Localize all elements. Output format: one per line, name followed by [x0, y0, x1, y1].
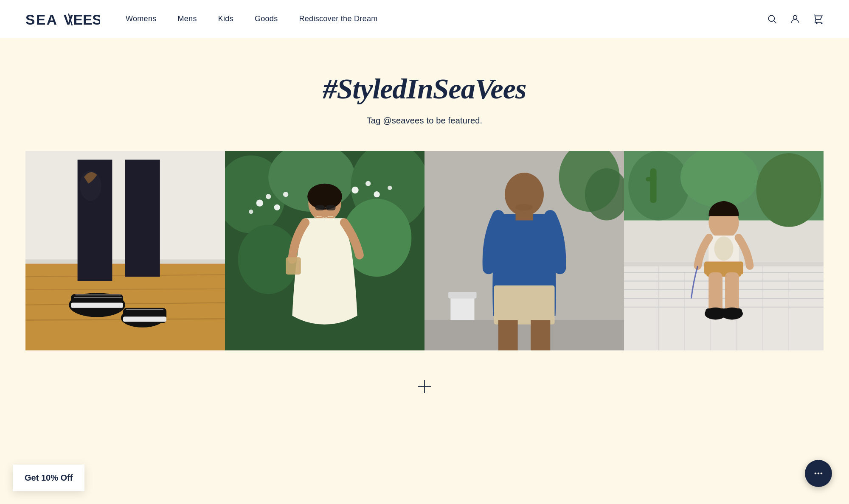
svg-rect-87: [708, 272, 722, 311]
svg-rect-67: [650, 168, 656, 203]
header-icons: [767, 14, 824, 25]
svg-point-42: [388, 186, 392, 190]
svg-rect-68: [646, 177, 657, 181]
instagram-photo-2[interactable]: [225, 151, 424, 350]
svg-point-35: [266, 194, 271, 199]
svg-rect-92: [722, 308, 742, 316]
svg-rect-58: [494, 286, 554, 325]
nav-goods[interactable]: Goods: [255, 14, 278, 23]
svg-rect-59: [498, 320, 518, 350]
svg-point-6: [793, 15, 797, 19]
discount-label: Get 10% Off: [25, 473, 73, 482]
svg-text:EES: EES: [73, 12, 100, 28]
svg-point-38: [283, 192, 288, 197]
hero-section: #StyledInSeaVees Tag @seavees to be feat…: [25, 72, 824, 126]
svg-point-95: [815, 473, 817, 475]
main-content: #StyledInSeaVees Tag @seavees to be feat…: [0, 38, 849, 504]
svg-point-84: [714, 236, 734, 260]
svg-line-5: [774, 20, 776, 23]
nav-mens[interactable]: Mens: [178, 14, 197, 23]
svg-point-66: [756, 153, 821, 227]
svg-point-96: [818, 473, 820, 475]
load-more-section: [25, 376, 824, 397]
nav-womens[interactable]: Womens: [126, 14, 157, 23]
main-nav: Womens Mens Kids Goods Rediscover the Dr…: [126, 14, 767, 23]
svg-rect-57: [516, 212, 533, 220]
svg-point-39: [351, 187, 358, 193]
chat-icon: [812, 468, 824, 479]
cart-icon[interactable]: [812, 14, 824, 25]
hero-subtitle: Tag @seavees to be featured.: [25, 116, 824, 126]
instagram-photo-4[interactable]: [624, 151, 824, 350]
svg-point-40: [365, 181, 371, 186]
svg-rect-26: [123, 316, 166, 322]
svg-rect-48: [326, 205, 335, 210]
svg-rect-54: [448, 292, 476, 298]
svg-rect-21: [71, 303, 123, 308]
load-more-button[interactable]: [414, 376, 435, 397]
instagram-photo-1[interactable]: [25, 151, 225, 350]
svg-point-61: [516, 204, 533, 211]
search-icon[interactable]: [767, 14, 778, 25]
svg-point-34: [256, 199, 263, 206]
svg-rect-88: [725, 272, 739, 311]
instagram-grid: [25, 151, 824, 350]
svg-rect-55: [424, 320, 624, 350]
svg-point-97: [821, 473, 823, 475]
svg-rect-60: [531, 320, 550, 350]
svg-rect-47: [315, 205, 325, 210]
instagram-photo-3[interactable]: [424, 151, 624, 350]
svg-point-4: [768, 15, 774, 21]
account-icon[interactable]: [790, 14, 801, 25]
svg-rect-46: [286, 257, 301, 274]
svg-rect-86: [704, 262, 743, 275]
svg-point-36: [274, 204, 280, 210]
svg-point-41: [374, 191, 380, 197]
svg-point-45: [307, 184, 342, 210]
nav-rediscover-dream[interactable]: Rediscover the Dream: [299, 14, 377, 23]
svg-point-8: [821, 22, 822, 23]
site-header: SEA V EES Womens Mens Kids Goods Redisco…: [0, 0, 849, 38]
nav-kids[interactable]: Kids: [218, 14, 233, 23]
site-logo[interactable]: SEA V EES: [25, 10, 100, 28]
hero-title: #StyledInSeaVees: [25, 72, 824, 106]
svg-rect-17: [125, 160, 160, 277]
chat-button[interactable]: [805, 460, 832, 487]
svg-point-7: [816, 22, 817, 23]
svg-point-64: [628, 151, 689, 220]
svg-point-37: [249, 210, 253, 214]
svg-text:SEA: SEA: [25, 12, 58, 28]
discount-banner[interactable]: Get 10% Off: [13, 465, 84, 491]
